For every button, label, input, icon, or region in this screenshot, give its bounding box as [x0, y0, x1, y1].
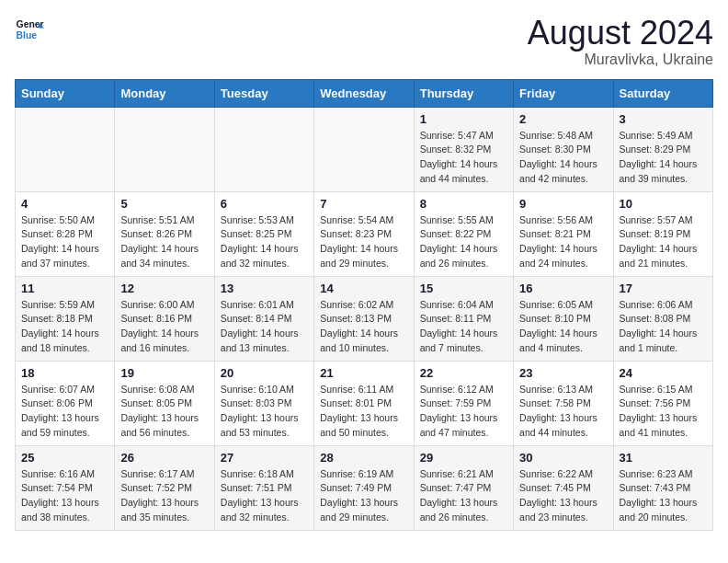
day-number: 11 [21, 282, 108, 295]
day-info: Sunrise: 6:18 AMSunset: 7:51 PMDaylight:… [221, 467, 308, 525]
day-info: Sunrise: 6:22 AMSunset: 7:45 PMDaylight:… [519, 467, 607, 525]
day-info: Sunrise: 6:05 AMSunset: 8:10 PMDaylight:… [519, 298, 607, 356]
calendar-cell: 17Sunrise: 6:06 AMSunset: 8:08 PMDayligh… [613, 276, 712, 361]
day-number: 2 [519, 112, 607, 126]
day-info: Sunrise: 5:48 AMSunset: 8:30 PMDaylight:… [519, 129, 607, 187]
day-number: 15 [420, 282, 507, 295]
calendar-header: SundayMondayTuesdayWednesdayThursdayFrid… [16, 79, 713, 107]
day-number: 13 [221, 282, 308, 295]
calendar-cell: 2Sunrise: 5:48 AMSunset: 8:30 PMDaylight… [514, 107, 613, 191]
day-number: 26 [120, 451, 208, 465]
svg-text:Blue: Blue [17, 30, 38, 40]
title-area: August 2024 Muravlivka, Ukraine [528, 15, 713, 68]
calendar-body: 1Sunrise: 5:47 AMSunset: 8:32 PMDaylight… [16, 107, 713, 530]
day-of-week-wednesday: Wednesday [314, 79, 414, 107]
calendar-cell: 21Sunrise: 6:11 AMSunset: 8:01 PMDayligh… [314, 361, 414, 445]
day-info: Sunrise: 6:06 AMSunset: 8:08 PMDaylight:… [620, 298, 707, 356]
day-info: Sunrise: 5:49 AMSunset: 8:29 PMDaylight:… [620, 129, 707, 187]
day-number: 20 [221, 366, 308, 380]
page-header: General Blue General Blue August 2024 Mu… [15, 15, 713, 68]
day-number: 4 [21, 197, 108, 211]
calendar-cell [115, 107, 214, 191]
day-info: Sunrise: 6:11 AMSunset: 8:01 PMDaylight:… [320, 383, 407, 441]
week-row-0: 1Sunrise: 5:47 AMSunset: 8:32 PMDaylight… [16, 107, 713, 191]
day-info: Sunrise: 6:17 AMSunset: 7:52 PMDaylight:… [120, 467, 208, 525]
days-of-week-row: SundayMondayTuesdayWednesdayThursdayFrid… [16, 79, 713, 107]
day-of-week-friday: Friday [514, 79, 613, 107]
calendar-cell: 3Sunrise: 5:49 AMSunset: 8:29 PMDaylight… [613, 107, 712, 191]
calendar-cell: 22Sunrise: 6:12 AMSunset: 7:59 PMDayligh… [414, 361, 513, 445]
day-info: Sunrise: 5:51 AMSunset: 8:26 PMDaylight:… [120, 213, 208, 271]
day-number: 5 [120, 197, 208, 211]
week-row-4: 25Sunrise: 6:16 AMSunset: 7:54 PMDayligh… [16, 445, 713, 530]
day-info: Sunrise: 6:02 AMSunset: 8:13 PMDaylight:… [320, 298, 407, 356]
calendar-cell: 7Sunrise: 5:54 AMSunset: 8:23 PMDaylight… [314, 191, 414, 276]
calendar-cell [214, 107, 313, 191]
day-info: Sunrise: 6:08 AMSunset: 8:05 PMDaylight:… [120, 383, 208, 441]
calendar-cell: 14Sunrise: 6:02 AMSunset: 8:13 PMDayligh… [314, 276, 414, 361]
day-number: 21 [320, 366, 407, 380]
day-info: Sunrise: 5:47 AMSunset: 8:32 PMDaylight:… [420, 129, 507, 187]
day-info: Sunrise: 5:57 AMSunset: 8:19 PMDaylight:… [620, 213, 707, 271]
day-info: Sunrise: 6:21 AMSunset: 7:47 PMDaylight:… [420, 467, 507, 525]
day-info: Sunrise: 6:01 AMSunset: 8:14 PMDaylight:… [221, 298, 308, 356]
day-number: 12 [120, 282, 208, 295]
calendar-cell: 18Sunrise: 6:07 AMSunset: 8:06 PMDayligh… [16, 361, 115, 445]
week-row-2: 11Sunrise: 5:59 AMSunset: 8:18 PMDayligh… [16, 276, 713, 361]
calendar-cell: 29Sunrise: 6:21 AMSunset: 7:47 PMDayligh… [414, 445, 513, 530]
day-number: 23 [519, 366, 607, 380]
day-number: 27 [221, 451, 308, 465]
day-number: 19 [120, 366, 208, 380]
day-info: Sunrise: 5:59 AMSunset: 8:18 PMDaylight:… [21, 298, 108, 356]
day-info: Sunrise: 6:16 AMSunset: 7:54 PMDaylight:… [21, 467, 108, 525]
day-of-week-tuesday: Tuesday [214, 79, 313, 107]
calendar-cell: 19Sunrise: 6:08 AMSunset: 8:05 PMDayligh… [115, 361, 214, 445]
day-number: 10 [620, 197, 707, 211]
day-info: Sunrise: 6:04 AMSunset: 8:11 PMDaylight:… [420, 298, 507, 356]
calendar-cell: 31Sunrise: 6:23 AMSunset: 7:43 PMDayligh… [613, 445, 712, 530]
calendar-cell: 12Sunrise: 6:00 AMSunset: 8:16 PMDayligh… [115, 276, 214, 361]
calendar-cell: 9Sunrise: 5:56 AMSunset: 8:21 PMDaylight… [514, 191, 613, 276]
calendar-cell: 11Sunrise: 5:59 AMSunset: 8:18 PMDayligh… [16, 276, 115, 361]
calendar-cell: 10Sunrise: 5:57 AMSunset: 8:19 PMDayligh… [613, 191, 712, 276]
day-number: 17 [620, 282, 707, 295]
day-info: Sunrise: 6:13 AMSunset: 7:58 PMDaylight:… [519, 383, 607, 441]
day-of-week-saturday: Saturday [613, 79, 712, 107]
day-number: 6 [221, 197, 308, 211]
week-row-1: 4Sunrise: 5:50 AMSunset: 8:28 PMDaylight… [16, 191, 713, 276]
day-number: 25 [21, 451, 108, 465]
day-number: 24 [620, 366, 707, 380]
calendar-cell: 20Sunrise: 6:10 AMSunset: 8:03 PMDayligh… [214, 361, 313, 445]
day-info: Sunrise: 5:54 AMSunset: 8:23 PMDaylight:… [320, 213, 407, 271]
day-of-week-sunday: Sunday [16, 79, 115, 107]
day-info: Sunrise: 6:00 AMSunset: 8:16 PMDaylight:… [120, 298, 208, 356]
location-title: Muravlivka, Ukraine [528, 52, 713, 68]
calendar-cell: 8Sunrise: 5:55 AMSunset: 8:22 PMDaylight… [414, 191, 513, 276]
day-number: 22 [420, 366, 507, 380]
calendar-cell: 25Sunrise: 6:16 AMSunset: 7:54 PMDayligh… [16, 445, 115, 530]
calendar-cell: 23Sunrise: 6:13 AMSunset: 7:58 PMDayligh… [514, 361, 613, 445]
calendar-table: SundayMondayTuesdayWednesdayThursdayFrid… [15, 79, 713, 531]
calendar-cell: 6Sunrise: 5:53 AMSunset: 8:25 PMDaylight… [214, 191, 313, 276]
day-number: 3 [620, 112, 707, 126]
day-number: 7 [320, 197, 407, 211]
day-number: 18 [21, 366, 108, 380]
calendar-cell: 27Sunrise: 6:18 AMSunset: 7:51 PMDayligh… [214, 445, 313, 530]
day-info: Sunrise: 6:12 AMSunset: 7:59 PMDaylight:… [420, 383, 507, 441]
day-info: Sunrise: 6:19 AMSunset: 7:49 PMDaylight:… [320, 467, 407, 525]
day-of-week-thursday: Thursday [414, 79, 513, 107]
calendar-cell: 16Sunrise: 6:05 AMSunset: 8:10 PMDayligh… [514, 276, 613, 361]
calendar-cell: 26Sunrise: 6:17 AMSunset: 7:52 PMDayligh… [115, 445, 214, 530]
week-row-3: 18Sunrise: 6:07 AMSunset: 8:06 PMDayligh… [16, 361, 713, 445]
day-number: 8 [420, 197, 507, 211]
day-info: Sunrise: 6:10 AMSunset: 8:03 PMDaylight:… [221, 383, 308, 441]
day-number: 28 [320, 451, 407, 465]
logo: General Blue General Blue [15, 15, 44, 44]
day-number: 14 [320, 282, 407, 295]
day-info: Sunrise: 5:50 AMSunset: 8:28 PMDaylight:… [21, 213, 108, 271]
calendar-cell: 5Sunrise: 5:51 AMSunset: 8:26 PMDaylight… [115, 191, 214, 276]
calendar-cell: 15Sunrise: 6:04 AMSunset: 8:11 PMDayligh… [414, 276, 513, 361]
month-year-title: August 2024 [528, 15, 713, 52]
day-number: 30 [519, 451, 607, 465]
logo-icon: General Blue [15, 15, 44, 44]
